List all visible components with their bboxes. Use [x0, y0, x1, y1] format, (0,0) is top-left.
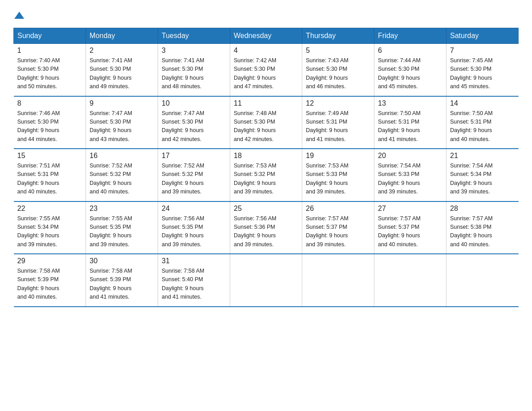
day-number: 3	[162, 47, 226, 55]
day-number: 31	[162, 257, 226, 265]
day-number: 5	[306, 47, 370, 55]
calendar-table: SundayMondayTuesdayWednesdayThursdayFrid…	[13, 28, 519, 307]
day-number: 4	[234, 47, 298, 55]
day-number: 15	[17, 152, 82, 160]
day-info: Sunrise: 7:50 AMSunset: 5:31 PMDaylight:…	[450, 109, 515, 144]
day-number: 20	[378, 152, 442, 160]
col-header-sunday: Sunday	[14, 28, 86, 44]
calendar-cell: 9Sunrise: 7:47 AMSunset: 5:30 PMDaylight…	[86, 96, 158, 149]
col-header-wednesday: Wednesday	[230, 28, 302, 44]
day-number: 22	[17, 205, 82, 213]
calendar-cell: 4Sunrise: 7:42 AMSunset: 5:30 PMDaylight…	[230, 44, 302, 96]
day-number: 30	[90, 257, 154, 265]
calendar-cell: 16Sunrise: 7:52 AMSunset: 5:32 PMDayligh…	[86, 149, 158, 201]
calendar-cell: 22Sunrise: 7:55 AMSunset: 5:34 PMDayligh…	[14, 201, 86, 254]
day-info: Sunrise: 7:40 AMSunset: 5:30 PMDaylight:…	[17, 56, 82, 91]
calendar-cell: 20Sunrise: 7:54 AMSunset: 5:33 PMDayligh…	[374, 149, 446, 201]
day-number: 26	[306, 205, 370, 213]
day-info: Sunrise: 7:53 AMSunset: 5:32 PMDaylight:…	[234, 162, 298, 197]
day-number: 14	[450, 99, 515, 107]
calendar-cell	[302, 254, 374, 307]
calendar-cell: 5Sunrise: 7:43 AMSunset: 5:30 PMDaylight…	[302, 44, 374, 96]
calendar-cell: 2Sunrise: 7:41 AMSunset: 5:30 PMDaylight…	[86, 44, 158, 96]
calendar-cell: 12Sunrise: 7:49 AMSunset: 5:31 PMDayligh…	[302, 96, 374, 149]
day-number: 24	[162, 205, 226, 213]
day-info: Sunrise: 7:58 AMSunset: 5:40 PMDaylight:…	[162, 267, 226, 302]
calendar-cell: 17Sunrise: 7:52 AMSunset: 5:32 PMDayligh…	[158, 149, 230, 201]
day-info: Sunrise: 7:52 AMSunset: 5:32 PMDaylight:…	[162, 162, 226, 197]
calendar-week-row: 29Sunrise: 7:58 AMSunset: 5:39 PMDayligh…	[14, 254, 519, 307]
day-number: 12	[306, 99, 370, 107]
day-info: Sunrise: 7:53 AMSunset: 5:33 PMDaylight:…	[306, 162, 370, 197]
day-info: Sunrise: 7:43 AMSunset: 5:30 PMDaylight:…	[306, 56, 370, 91]
day-info: Sunrise: 7:50 AMSunset: 5:31 PMDaylight:…	[378, 109, 442, 144]
page-header	[13, 9, 519, 20]
calendar-cell: 14Sunrise: 7:50 AMSunset: 5:31 PMDayligh…	[446, 96, 519, 149]
calendar-cell: 15Sunrise: 7:51 AMSunset: 5:31 PMDayligh…	[14, 149, 86, 201]
calendar-cell: 26Sunrise: 7:57 AMSunset: 5:37 PMDayligh…	[302, 201, 374, 254]
day-number: 9	[90, 99, 154, 107]
day-number: 18	[234, 152, 298, 160]
calendar-cell: 29Sunrise: 7:58 AMSunset: 5:39 PMDayligh…	[14, 254, 86, 307]
day-number: 19	[306, 152, 370, 160]
day-info: Sunrise: 7:56 AMSunset: 5:36 PMDaylight:…	[234, 214, 298, 249]
col-header-saturday: Saturday	[446, 28, 519, 44]
day-number: 6	[378, 47, 442, 55]
day-info: Sunrise: 7:57 AMSunset: 5:38 PMDaylight:…	[450, 214, 515, 249]
day-number: 10	[162, 99, 226, 107]
day-number: 17	[162, 152, 226, 160]
logo-triangle-icon	[14, 11, 24, 20]
day-info: Sunrise: 7:57 AMSunset: 5:37 PMDaylight:…	[378, 214, 442, 249]
day-info: Sunrise: 7:42 AMSunset: 5:30 PMDaylight:…	[234, 56, 298, 91]
col-header-monday: Monday	[86, 28, 158, 44]
calendar-cell: 11Sunrise: 7:48 AMSunset: 5:30 PMDayligh…	[230, 96, 302, 149]
day-info: Sunrise: 7:54 AMSunset: 5:34 PMDaylight:…	[450, 162, 515, 197]
calendar-cell: 6Sunrise: 7:44 AMSunset: 5:30 PMDaylight…	[374, 44, 446, 96]
calendar-cell: 19Sunrise: 7:53 AMSunset: 5:33 PMDayligh…	[302, 149, 374, 201]
day-info: Sunrise: 7:57 AMSunset: 5:37 PMDaylight:…	[306, 214, 370, 249]
day-number: 7	[450, 47, 515, 55]
logo-blue-text	[13, 11, 24, 20]
calendar-cell: 10Sunrise: 7:47 AMSunset: 5:30 PMDayligh…	[158, 96, 230, 149]
day-number: 2	[90, 47, 154, 55]
day-number: 16	[90, 152, 154, 160]
calendar-week-row: 8Sunrise: 7:46 AMSunset: 5:30 PMDaylight…	[14, 96, 519, 149]
day-info: Sunrise: 7:56 AMSunset: 5:35 PMDaylight:…	[162, 214, 226, 249]
day-info: Sunrise: 7:48 AMSunset: 5:30 PMDaylight:…	[234, 109, 298, 144]
day-number: 21	[450, 152, 515, 160]
day-info: Sunrise: 7:55 AMSunset: 5:34 PMDaylight:…	[17, 214, 82, 249]
calendar-week-row: 1Sunrise: 7:40 AMSunset: 5:30 PMDaylight…	[14, 44, 519, 96]
calendar-cell: 3Sunrise: 7:41 AMSunset: 5:30 PMDaylight…	[158, 44, 230, 96]
calendar-cell	[374, 254, 446, 307]
day-number: 28	[450, 205, 515, 213]
day-info: Sunrise: 7:58 AMSunset: 5:39 PMDaylight:…	[90, 267, 154, 302]
calendar-cell: 31Sunrise: 7:58 AMSunset: 5:40 PMDayligh…	[158, 254, 230, 307]
calendar-week-row: 15Sunrise: 7:51 AMSunset: 5:31 PMDayligh…	[14, 149, 519, 201]
calendar-cell: 13Sunrise: 7:50 AMSunset: 5:31 PMDayligh…	[374, 96, 446, 149]
calendar-cell	[230, 254, 302, 307]
day-info: Sunrise: 7:52 AMSunset: 5:32 PMDaylight:…	[90, 162, 154, 197]
day-info: Sunrise: 7:51 AMSunset: 5:31 PMDaylight:…	[17, 162, 82, 197]
calendar-cell: 7Sunrise: 7:45 AMSunset: 5:30 PMDaylight…	[446, 44, 519, 96]
calendar-cell: 25Sunrise: 7:56 AMSunset: 5:36 PMDayligh…	[230, 201, 302, 254]
day-info: Sunrise: 7:46 AMSunset: 5:30 PMDaylight:…	[17, 109, 82, 144]
calendar-cell: 24Sunrise: 7:56 AMSunset: 5:35 PMDayligh…	[158, 201, 230, 254]
calendar-header-row: SundayMondayTuesdayWednesdayThursdayFrid…	[14, 28, 519, 44]
day-number: 23	[90, 205, 154, 213]
calendar-cell: 21Sunrise: 7:54 AMSunset: 5:34 PMDayligh…	[446, 149, 519, 201]
day-info: Sunrise: 7:58 AMSunset: 5:39 PMDaylight:…	[17, 267, 82, 302]
day-number: 25	[234, 205, 298, 213]
day-info: Sunrise: 7:47 AMSunset: 5:30 PMDaylight:…	[90, 109, 154, 144]
logo	[13, 9, 24, 20]
svg-marker-0	[14, 12, 24, 19]
col-header-thursday: Thursday	[302, 28, 374, 44]
calendar-cell: 30Sunrise: 7:58 AMSunset: 5:39 PMDayligh…	[86, 254, 158, 307]
calendar-cell: 27Sunrise: 7:57 AMSunset: 5:37 PMDayligh…	[374, 201, 446, 254]
day-info: Sunrise: 7:41 AMSunset: 5:30 PMDaylight:…	[90, 56, 154, 91]
col-header-friday: Friday	[374, 28, 446, 44]
day-number: 29	[17, 257, 82, 265]
day-info: Sunrise: 7:44 AMSunset: 5:30 PMDaylight:…	[378, 56, 442, 91]
calendar-cell	[446, 254, 519, 307]
day-number: 8	[17, 99, 82, 107]
calendar-cell: 8Sunrise: 7:46 AMSunset: 5:30 PMDaylight…	[14, 96, 86, 149]
